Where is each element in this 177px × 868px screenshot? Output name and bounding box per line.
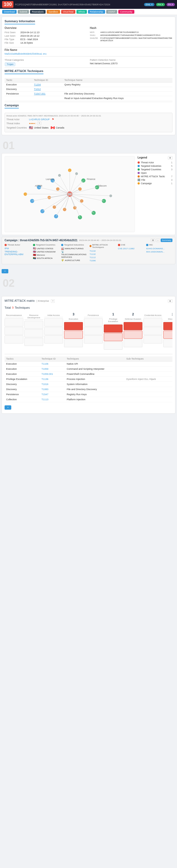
matrix-cell-mid-6[interactable] [124, 331, 143, 339]
threat-tag-trojan[interactable]: Trojan [5, 62, 15, 66]
mitre-id-0: T1204 [32, 83, 63, 87]
mitre-col-dot [90, 245, 92, 247]
svg-line-30 [70, 194, 104, 201]
download-button[interactable]: Download [2, 10, 17, 14]
technique-id-link-1[interactable]: T1059 [42, 368, 49, 370]
mitre-id-2: T1547.001 [32, 92, 63, 96]
technique-id-link-3[interactable]: T1136 [42, 378, 49, 380]
mitre-id-link-2[interactable]: T1547.001 [34, 92, 46, 95]
technique-name-cell-0: Native API [65, 362, 125, 367]
sandbox-button[interactable]: Sandbox [47, 10, 60, 14]
matrix-cell-bot-5[interactable] [104, 342, 123, 350]
matrix-info-btn[interactable]: ? [51, 299, 55, 303]
matrix-cell-mid-2[interactable] [44, 327, 63, 335]
matrix-cell-top-6[interactable] [124, 322, 143, 330]
campaign-summary-btn[interactable]: Summary [161, 239, 173, 242]
last-seen-value: 2024-04-26 14:12 [20, 34, 40, 37]
matrix-cell-bot-4[interactable] [84, 336, 103, 343]
campaign-actor-link-0[interactable]: IPM [4, 247, 9, 250]
mitre-link-1[interactable]: T1132 [90, 253, 96, 255]
tag-pa[interactable]: PA X [167, 3, 175, 6]
svg-line-42 [70, 194, 111, 196]
ioc-link-1[interactable]: 604-163DOMAIN... [146, 251, 165, 253]
cve-link-0[interactable]: CVE-2017-11882 [118, 247, 135, 250]
matrix-subtitle: Enterprise [38, 300, 49, 302]
matrix-cell-bot-2[interactable] [44, 336, 63, 343]
expand-button-1[interactable]: + [2, 269, 8, 273]
matrix-cell-bot-8[interactable] [163, 339, 173, 347]
matrix-cell-top-4[interactable] [84, 318, 103, 327]
matrix-cell-top-2[interactable] [44, 318, 63, 327]
tag-eml[interactable]: EML X [144, 3, 154, 6]
legend-open-label: Open [141, 172, 147, 174]
technique-id-link-4[interactable]: T1016 [42, 383, 49, 385]
matrix-cell-top-1[interactable] [24, 321, 43, 329]
campaign-mitre-title: MITRE ATTACK Techniques [90, 244, 116, 248]
col-header-8: Discovery [163, 317, 173, 321]
matrix-cell-mid-3[interactable] [64, 331, 83, 339]
matrix-cell-mid-4[interactable] [84, 327, 103, 335]
mitre-item-1: T1132 [90, 253, 116, 255]
matrix-cell-bot-7[interactable] [144, 336, 162, 343]
campaign-expand-btn[interactable]: ⊞ [151, 239, 155, 242]
matrix-cell-bot-1[interactable] [24, 338, 43, 346]
file-size-value: 14.34 bytes [20, 41, 33, 44]
osint-button[interactable]: OSINT [106, 10, 118, 14]
technique-id-link-0[interactable]: T1106 [42, 363, 49, 365]
mitre-link-0[interactable]: T1132 [90, 250, 96, 252]
mitre-link-3[interactable]: T1096 [90, 259, 96, 262]
matrix-cell-bot-0[interactable] [4, 336, 23, 343]
ioc-link-0[interactable]: 62443-DOMAINS... [146, 247, 165, 250]
matrix-cell-mid-5[interactable] [104, 333, 123, 341]
relationship-button[interactable]: Relationship [88, 10, 105, 14]
mitre-item-3: T1096 [90, 259, 116, 262]
technique-id-link-6[interactable]: T1547 [42, 393, 49, 396]
technique-row-2: Execution T1059.001 PowerShell Commandli… [4, 372, 173, 377]
matrix-cell-bot-6[interactable] [124, 339, 143, 347]
matrix-title-block: MITRE ATT&CK matrix | Enterprise ? [4, 299, 55, 303]
ioc-item-0: 62443-DOMAINS... [146, 247, 173, 250]
community-button[interactable]: Community [118, 10, 134, 14]
sub-technique-cell-5 [125, 387, 173, 392]
matrix-cell-top-5[interactable] [104, 324, 123, 333]
campaign-actor-link-1[interactable]: TRENDING-ENTERPRILABM [4, 250, 23, 256]
matrix-cell-mid-7[interactable] [144, 327, 162, 335]
technique-id-cell-1: T1059 [40, 367, 65, 372]
col-count-8: 2 [163, 312, 173, 316]
mitre-id-link-0[interactable]: T1204 [34, 83, 41, 86]
matrix-cell-mid-1[interactable] [24, 329, 43, 337]
svg-text:APT38: APT38 [35, 184, 42, 187]
threat-actor-value[interactable]: LAZARUS GROUP [29, 118, 50, 121]
threat-actor-row: Threat Actor LAZARUS GROUP ⚑ [6, 118, 171, 121]
legend-expand-btn[interactable]: ⊞ [168, 156, 173, 160]
expand-button-2[interactable]: + [4, 405, 11, 410]
threat-index-info[interactable]: ? [37, 122, 41, 125]
matrix-cell-mid-8[interactable] [163, 331, 173, 339]
matrix-cell-top-3[interactable] [64, 322, 83, 330]
technique-id-link-5[interactable]: T1083 [42, 388, 49, 391]
mitre-id-link-1[interactable]: T1012 [34, 88, 41, 91]
tactic-cell-7: Collection [4, 397, 40, 402]
technique-id-link-2[interactable]: T1059.001 [42, 373, 53, 375]
pattern-detection-block: Pattern Detection Name Net.Variant.Dures… [90, 59, 173, 66]
submit-button[interactable]: Submit [18, 10, 29, 14]
matrix-cell-mid-0[interactable] [4, 327, 23, 335]
campaign-ioc-col: INC 62443-DOMAINS... 604-163DOMAIN... [146, 244, 173, 262]
first-seen-label: First Seen [4, 31, 19, 34]
mitre-link-2[interactable]: T1112 [90, 256, 96, 259]
matrix-cell-top-8[interactable] [163, 322, 173, 330]
technique-id-link-7[interactable]: T1113 [42, 398, 49, 401]
campaign-download-btn[interactable]: ↓ [156, 239, 160, 242]
industry-item-2: 🌾 AGRICULTURE [61, 259, 87, 261]
whois-button[interactable]: Whois [76, 10, 87, 14]
matrix-cell-bot-3[interactable] [64, 339, 83, 347]
summary-card: Summary Information Overview First Seen … [2, 17, 175, 135]
matrix-cell-top-0[interactable] [4, 318, 23, 327]
reanalysis-button[interactable]: Reanalysis [30, 10, 46, 14]
tag-ph[interactable]: PH X [156, 3, 165, 6]
virustotal-button[interactable]: VirusTotal [61, 10, 75, 14]
technique-name-cell-2: PowerShell Commandline [65, 372, 125, 377]
matrix-expand-btn[interactable]: ⊞ [168, 299, 173, 303]
matrix-cell-top-7[interactable] [144, 318, 162, 327]
matrix-col-0: Reconnaissance [4, 312, 23, 350]
